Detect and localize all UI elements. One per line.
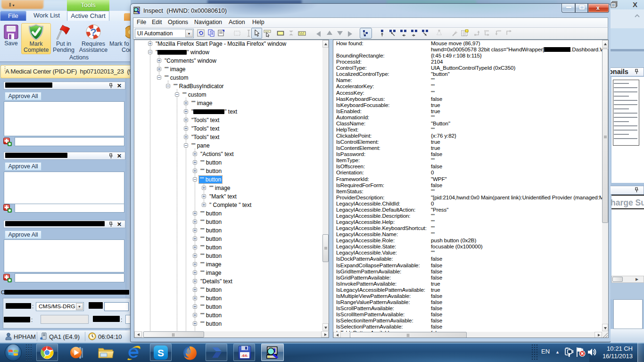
svg-text:-64-: -64- [241,354,248,358]
svg-text:?: ? [90,26,96,38]
svg-text:S: S [157,347,164,358]
